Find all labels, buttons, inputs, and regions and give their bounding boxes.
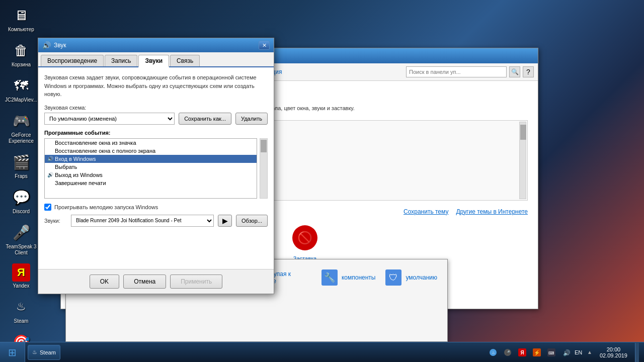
- computer-desktop-icon[interactable]: 🖥 Компьютер: [5, 5, 37, 33]
- tab-sounds[interactable]: Звуки: [138, 55, 169, 67]
- tab-communications[interactable]: Связь: [170, 55, 200, 66]
- computer-icon-label: Компьютер: [8, 27, 34, 33]
- footer-ok-btn[interactable]: OK: [90, 275, 119, 289]
- events-list[interactable]: Восстановление окна из значка Восстановл…: [44, 138, 257, 199]
- geforce-icon-img: 🎮: [11, 111, 31, 131]
- event-restore-icon[interactable]: Восстановление окна из значка: [45, 139, 257, 147]
- event-select[interactable]: Выбрать: [45, 163, 257, 171]
- themes-scrollbar[interactable]: [519, 122, 526, 199]
- sound-dialog-footer: OK Отмена Применить: [38, 269, 274, 294]
- startup-melody-row: Проигрывать мелодию запуска Windows: [44, 204, 268, 211]
- cp-default-icon: 🛡: [385, 269, 401, 286]
- delete-btn[interactable]: Удалить: [235, 113, 268, 125]
- tray-icon-6[interactable]: 🔊: [560, 346, 572, 358]
- tray-lang: EN: [575, 349, 585, 355]
- show-desktop-btn[interactable]: [635, 343, 639, 362]
- steam-tray-icon: ♨: [489, 348, 497, 356]
- volume-tray-icon: 🔊: [562, 348, 570, 356]
- tab-playback[interactable]: Воспроизведение: [41, 55, 104, 66]
- cp-default-label: умолчанию: [406, 274, 437, 281]
- tray-icon-3[interactable]: Я: [516, 346, 528, 358]
- event-restore-fullscreen[interactable]: Восстановление окна с полного экрана: [45, 147, 257, 155]
- sound-dialog-title: Звук: [54, 42, 259, 49]
- address-search-input[interactable]: [406, 66, 507, 77]
- sound-dialog-body: Звуковая схема задает звуки, сопровождаю…: [38, 67, 274, 269]
- events-scrollbar[interactable]: [260, 138, 268, 199]
- event-label-4: Выбрать: [55, 164, 77, 170]
- help-btn[interactable]: ?: [523, 66, 534, 77]
- headset-tray-icon: 🎤: [504, 348, 512, 356]
- tray-icon-4[interactable]: ⚡: [531, 346, 543, 358]
- sounds-row: Звуки: Blade Runner 2049 Joi Notificatio…: [44, 215, 268, 227]
- discord-icon-label: Discord: [13, 209, 30, 215]
- svg-text:Я: Я: [520, 350, 524, 355]
- taskbar-items: ♨ Steam: [25, 345, 482, 360]
- teamspeak-icon-img: 🎤: [11, 222, 31, 242]
- discord-desktop-icon[interactable]: 💬 Discord: [5, 187, 37, 215]
- sounds-browse-btn[interactable]: Обзор...: [236, 215, 268, 227]
- startup-melody-checkbox[interactable]: [44, 204, 51, 211]
- event-print-done[interactable]: Завершение печати: [45, 179, 257, 187]
- cp-item-components[interactable]: 🔧 компоненты: [321, 267, 376, 288]
- sound-dialog-titlebar[interactable]: 🔊 Звук ✕: [38, 38, 274, 52]
- keyboard-tray-icon: ⌨: [547, 348, 555, 356]
- steam-desktop-icon[interactable]: ♨ Steam: [5, 297, 37, 324]
- event-label-2: Восстановление окна с полного экрана: [55, 148, 155, 154]
- footer-cancel-btn[interactable]: Отмена: [123, 275, 166, 289]
- tray-expand-btn[interactable]: ▲: [587, 349, 592, 355]
- cp-components-label: компоненты: [342, 274, 376, 281]
- sound-dialog-controls[interactable]: ✕: [259, 41, 270, 50]
- trash-icon-label: Корзина: [12, 62, 31, 68]
- yandex-desktop-icon[interactable]: Я Yandex: [5, 263, 37, 289]
- cp-item-default[interactable]: 🛡 умолчанию: [385, 267, 437, 288]
- screensaver-option-icon: 🚫: [287, 223, 323, 253]
- sounds-row-label: Звуки:: [44, 218, 67, 224]
- jc2-desktop-icon[interactable]: 🗺 JC2MapViev...: [5, 75, 37, 103]
- save-theme-link[interactable]: Сохранить тему: [404, 208, 448, 215]
- yandex-icon-img: Я: [12, 263, 30, 282]
- startup-melody-label: Проигрывать мелодию запуска Windows: [54, 204, 158, 210]
- clock-date: 02.09.2019: [600, 352, 627, 358]
- tray-icon-5[interactable]: ⌨: [545, 346, 557, 358]
- event-label-3: Вход в Windows: [55, 156, 96, 162]
- computer-icon-img: 🖥: [11, 5, 31, 25]
- tray-icon-1[interactable]: ♨: [487, 346, 499, 358]
- fraps-desktop-icon[interactable]: 🎬 Fraps: [5, 152, 37, 179]
- taskbar-clock[interactable]: 20:00 02.09.2019: [595, 346, 632, 358]
- sounds-select[interactable]: Blade Runner 2049 Joi Notification Sound…: [71, 215, 214, 227]
- steam-icon-label: Steam: [14, 318, 29, 324]
- teamspeak-desktop-icon[interactable]: 🎤 TeamSpeak 3 Client: [5, 222, 37, 256]
- tab-record[interactable]: Запись: [105, 55, 137, 66]
- flash-tray-icon: ⚡: [533, 348, 541, 356]
- taskbar-steam-label: Steam: [40, 349, 56, 355]
- sound-dialog-tabs[interactable]: Воспроизведение Запись Звуки Связь: [38, 52, 274, 67]
- schema-row: По умолчанию (изменена) По умолчанию Без…: [44, 113, 268, 125]
- yandex-tray-icon: Я: [518, 348, 526, 356]
- taskbar-steam-icon: ♨: [32, 349, 37, 355]
- sound-dialog-icon: 🔊: [42, 41, 51, 49]
- footer-apply-btn[interactable]: Применить: [170, 275, 222, 289]
- schema-select[interactable]: По умолчанию (изменена) По умолчанию Без…: [44, 113, 175, 125]
- event-windows-logoff[interactable]: 🔊 Выход из Windows: [45, 171, 257, 179]
- other-themes-link[interactable]: Другие темы в Интернете: [456, 208, 528, 215]
- save-as-btn[interactable]: Сохранить как...: [179, 113, 231, 125]
- fraps-icon-label: Fraps: [15, 173, 28, 179]
- teamspeak-icon-label: TeamSpeak 3 Client: [5, 244, 37, 256]
- event-icon-5: 🔊: [47, 172, 53, 177]
- start-button[interactable]: ⊞: [0, 342, 25, 363]
- tray-icon-2[interactable]: 🎤: [502, 346, 514, 358]
- schema-group: Звуковая схема: По умолчанию (изменена) …: [44, 105, 268, 125]
- themes-scrollbar-thumb[interactable]: [520, 125, 526, 140]
- trash-desktop-icon[interactable]: 🗑 Корзина: [5, 40, 37, 68]
- events-scrollbar-thumb[interactable]: [261, 140, 267, 152]
- address-search-btn[interactable]: 🔍: [509, 66, 520, 77]
- sounds-play-btn[interactable]: ▶: [218, 215, 232, 227]
- event-label-5: Выход из Windows: [55, 172, 103, 178]
- event-windows-logon[interactable]: 🔊 Вход в Windows: [45, 155, 257, 163]
- geforce-desktop-icon[interactable]: 🎮 GeForce Experience: [5, 111, 37, 144]
- svg-text:⚡: ⚡: [534, 349, 540, 356]
- sound-dialog: 🔊 Звук ✕ Воспроизведение Запись Звуки Св…: [38, 38, 274, 294]
- cp-components-icon: 🔧: [321, 269, 338, 286]
- taskbar-steam-item[interactable]: ♨ Steam: [28, 345, 60, 360]
- sound-dialog-close-btn[interactable]: ✕: [259, 41, 270, 50]
